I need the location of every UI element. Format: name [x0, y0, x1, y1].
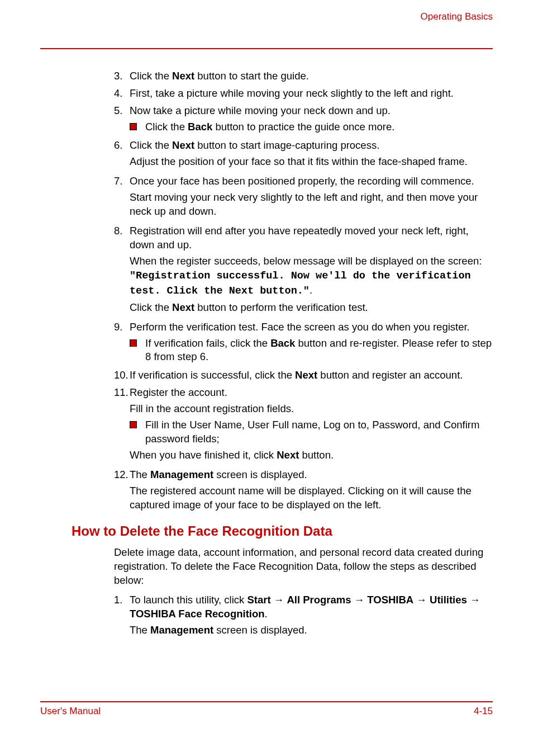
line: Click the Next button to start image-cap… — [130, 139, 493, 153]
arrow-icon: → — [271, 594, 287, 606]
step-body: The Management screen is displayed. The … — [130, 468, 493, 514]
header-rule — [40, 48, 493, 49]
step-10: 10. If verification is successful, click… — [114, 368, 493, 382]
footer-rule — [40, 701, 493, 702]
line: Perform the verification test. Face the … — [130, 320, 493, 334]
step-6: 6. Click the Next button to start image-… — [114, 139, 493, 171]
bold: Next — [172, 301, 194, 313]
section-heading: How to Delete the Face Recognition Data — [72, 523, 493, 539]
bold: Back — [188, 121, 212, 133]
section2-content: 1. To launch this utility, click Start →… — [114, 593, 493, 640]
step-body: If verification is successful, click the… — [130, 368, 493, 382]
text: screen is displayed. — [213, 469, 307, 480]
text: . — [265, 608, 268, 620]
line: The Management screen is displayed. — [130, 468, 493, 482]
step-9: 9. Perform the verification test. Face t… — [114, 320, 493, 366]
step-body: Click the Next button to start image-cap… — [130, 139, 493, 171]
header-section-title: Operating Basics — [421, 11, 493, 22]
step-body: First, take a picture while moving your … — [130, 87, 493, 101]
section-intro: Delete image data, account information, … — [114, 546, 493, 588]
bullet-icon — [130, 120, 145, 134]
text: button to start the guide. — [194, 70, 309, 82]
text: Click the — [130, 139, 172, 151]
text: When you have finished it, click — [130, 449, 277, 461]
bullet-icon — [130, 337, 145, 365]
step-body: Registration will end after you have rep… — [130, 224, 493, 317]
step-body: Click the Next button to start the guide… — [130, 69, 493, 83]
step-number: 11. — [114, 386, 130, 465]
text: When the register succeeds, below messag… — [130, 255, 482, 267]
mono-text: "Registration successful. Now we'll do t… — [130, 270, 471, 297]
bold: Next — [172, 139, 194, 151]
footer-page-number: 4-15 — [474, 706, 493, 717]
line: Registration will end after you have rep… — [130, 224, 493, 252]
step-body: Perform the verification test. Face the … — [130, 320, 493, 366]
text: Click the — [130, 70, 172, 82]
arrow-icon: → — [413, 594, 430, 606]
bold: Utilities — [430, 594, 467, 606]
para: Start moving your neck very slightly to … — [130, 191, 493, 219]
bold: Management — [150, 624, 213, 636]
step-5: 5. Now take a picture while moving your … — [114, 104, 493, 135]
step-number: 12. — [114, 468, 130, 514]
step-body: Register the account. Fill in the accoun… — [130, 386, 493, 465]
bold: Back — [270, 337, 295, 349]
para: The registered account name will be disp… — [130, 484, 493, 512]
text: button and register an account. — [317, 369, 463, 381]
bold: Next — [277, 449, 299, 461]
step-number: 7. — [114, 174, 130, 221]
step-number: 3. — [114, 69, 130, 83]
text: button to perform the verification test. — [194, 301, 368, 313]
main-content: 3. Click the Next button to start the gu… — [114, 69, 493, 514]
arrow-icon: → — [467, 594, 480, 606]
text: button to start image-capturing process. — [194, 139, 379, 151]
bullet: Fill in the User Name, User Full name, L… — [130, 418, 493, 446]
header: Operating Basics — [40, 11, 493, 34]
text: If verification fails, click the — [145, 337, 270, 349]
text: To launch this utility, click — [130, 594, 247, 606]
step-body: Once your face has been positioned prope… — [130, 174, 493, 221]
section2-step-1: 1. To launch this utility, click Start →… — [114, 593, 493, 640]
step-number: 10. — [114, 368, 130, 382]
bold: TOSHIBA Face Recognition — [130, 608, 265, 620]
text: Click the — [145, 121, 188, 133]
step-number: 1. — [114, 593, 130, 640]
step-number: 5. — [114, 104, 130, 135]
step-4: 4. First, take a picture while moving yo… — [114, 87, 493, 101]
text: The — [130, 469, 150, 480]
para: Click the Next button to perform the ver… — [130, 301, 493, 315]
step-8: 8. Registration will end after you have … — [114, 224, 493, 317]
text: button to practice the guide once more. — [212, 121, 394, 133]
para: Adjust the position of your face so that… — [130, 155, 493, 169]
para: When the register succeeds, below messag… — [130, 254, 493, 299]
footer-row: User's Manual 4-15 — [40, 706, 493, 717]
para: The Management screen is displayed. — [130, 623, 493, 637]
text: The — [130, 624, 150, 636]
line: To launch this utility, click Start → Al… — [130, 593, 493, 621]
bullet: Click the Back button to practice the gu… — [130, 120, 493, 134]
line: Register the account. — [130, 386, 493, 400]
text: If verification is successful, click the — [130, 369, 295, 381]
bullet-icon — [130, 418, 145, 446]
page: Operating Basics 3. Click the Next butto… — [0, 0, 533, 756]
para: When you have finished it, click Next bu… — [130, 448, 493, 462]
step-12: 12. The Management screen is displayed. … — [114, 468, 493, 514]
bullet-text: Fill in the User Name, User Full name, L… — [145, 418, 493, 446]
bold: All Programs — [287, 594, 351, 606]
bullet: If verification fails, click the Back bu… — [130, 337, 493, 365]
bullet-text: Click the Back button to practice the gu… — [145, 120, 493, 134]
text: Now take a picture while moving your nec… — [130, 104, 493, 118]
para: Fill in the account registration fields. — [130, 402, 493, 416]
bold: Start — [247, 594, 270, 606]
step-number: 9. — [114, 320, 130, 366]
bullet-text: If verification fails, click the Back bu… — [145, 337, 493, 365]
footer-left: User's Manual — [40, 706, 101, 717]
bold: Next — [295, 369, 317, 381]
step-body: Now take a picture while moving your nec… — [130, 104, 493, 135]
arrow-icon: → — [351, 594, 368, 606]
text: screen is displayed. — [213, 624, 307, 636]
step-body: To launch this utility, click Start → Al… — [130, 593, 493, 640]
line: Once your face has been positioned prope… — [130, 174, 493, 188]
text: . — [310, 284, 312, 296]
step-number: 6. — [114, 139, 130, 171]
